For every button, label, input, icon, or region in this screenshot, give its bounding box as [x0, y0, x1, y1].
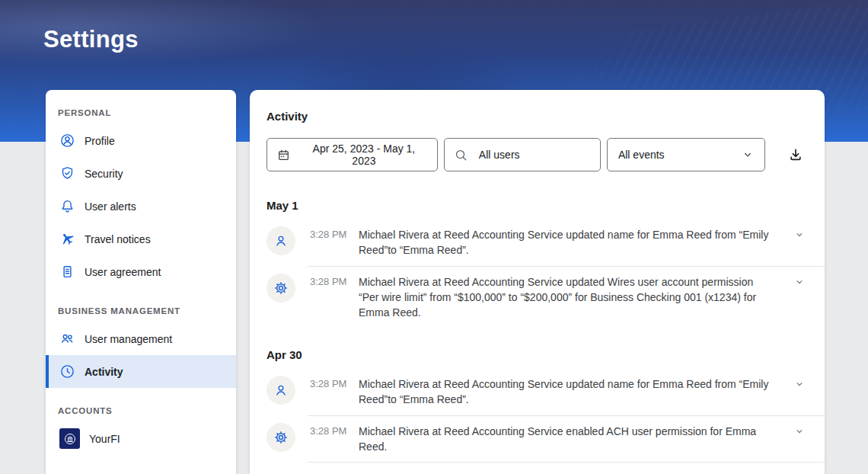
events-filter-value: All events [618, 149, 665, 161]
sidebar-item-label: User management [85, 333, 172, 345]
event-description: Michael Rivera at Reed Accounting Servic… [359, 376, 772, 407]
event-time: 3:28 PM [310, 226, 349, 240]
activity-group-apr-30: Apr 30 3:28 PM Michael Rivera at Reed Ac… [250, 328, 825, 463]
activity-event-row: 3:28 PM Michael Rivera at Reed Accountin… [250, 415, 825, 463]
chevron-down-icon[interactable] [794, 423, 805, 437]
sidebar-item-user-management[interactable]: User management [46, 322, 236, 355]
sidebar-section-personal: PERSONAL Profile Security User alerts Tr… [46, 90, 236, 288]
bank-icon [59, 428, 80, 449]
users-icon [59, 331, 75, 347]
user-circle-icon [59, 133, 75, 149]
activity-event-row: 3:28 PM Michael Rivera at Reed Accountin… [250, 266, 825, 328]
date-range-value: Apr 25, 2023 - May 1, 2023 [300, 143, 428, 167]
activity-event-list: May 1 3:28 PM Michael Rivera at Reed Acc… [250, 179, 825, 463]
user-search-input[interactable] [477, 148, 579, 162]
event-time: 3:28 PM [310, 423, 349, 437]
sidebar-item-security[interactable]: Security [46, 157, 236, 190]
sidebar-item-yourfi[interactable]: YourFI [46, 422, 236, 455]
panel-title: Activity [250, 90, 825, 123]
user-icon [266, 376, 295, 405]
page-title: Settings [43, 26, 139, 53]
event-time: 3:28 PM [310, 274, 349, 287]
activity-event-row: 3:28 PM Michael Rivera at Reed Accountin… [250, 368, 825, 415]
airplane-icon [59, 231, 75, 247]
group-date-header: Apr 30 [250, 328, 825, 368]
download-icon [787, 146, 804, 163]
bell-icon [59, 198, 75, 214]
activity-event-row: 3:28 PM Michael Rivera at Reed Accountin… [250, 219, 825, 266]
events-filter-select[interactable]: All events [607, 138, 765, 171]
group-date-header: May 1 [250, 179, 825, 219]
sidebar-section-business-management: BUSINESS MANAGEMENT User management Acti… [46, 288, 236, 388]
sidebar-item-label: Travel notices [85, 233, 151, 245]
clock-icon [59, 364, 75, 380]
sidebar-section-accounts: ACCOUNTS YourFI [46, 388, 236, 455]
date-range-filter[interactable]: Apr 25, 2023 - May 1, 2023 [266, 138, 438, 171]
event-description: Michael Rivera at Reed Accounting Servic… [359, 274, 772, 320]
settings-sidebar: PERSONAL Profile Security User alerts Tr… [46, 90, 236, 474]
sidebar-item-label: User agreement [85, 266, 161, 278]
sidebar-item-label: Security [85, 168, 123, 180]
activity-group-may-1: May 1 3:28 PM Michael Rivera at Reed Acc… [250, 179, 825, 328]
shield-check-icon [59, 165, 75, 181]
chevron-down-icon[interactable] [794, 274, 805, 287]
chevron-down-icon[interactable] [794, 376, 805, 389]
sidebar-section-label: ACCOUNTS [46, 388, 236, 422]
sidebar-item-label: Profile [85, 135, 115, 147]
sidebar-item-travel-notices[interactable]: Travel notices [46, 223, 236, 255]
gear-icon [266, 423, 295, 452]
sidebar-item-activity[interactable]: Activity [46, 355, 236, 388]
calendar-icon [276, 148, 291, 162]
sidebar-item-user-alerts[interactable]: User alerts [46, 190, 236, 223]
download-button[interactable] [783, 143, 808, 167]
sidebar-section-label: BUSINESS MANAGEMENT [46, 288, 236, 322]
sidebar-section-label: PERSONAL [46, 90, 236, 124]
activity-panel: Activity Apr 25, 2023 - May 1, 2023 All … [250, 90, 825, 474]
document-icon [59, 264, 75, 280]
user-icon [266, 226, 295, 255]
event-time: 3:28 PM [310, 376, 349, 389]
filters-bar: Apr 25, 2023 - May 1, 2023 All events [266, 138, 808, 171]
sidebar-item-label: Activity [85, 366, 123, 378]
event-description: Michael Rivera at Reed Accounting Servic… [359, 423, 772, 454]
sidebar-item-label: User alerts [85, 200, 136, 213]
sidebar-item-user-agreement[interactable]: User agreement [46, 255, 236, 288]
user-search-filter[interactable] [444, 138, 601, 171]
sidebar-item-profile[interactable]: Profile [46, 124, 236, 157]
chevron-down-icon[interactable] [794, 226, 805, 240]
sidebar-item-label: YourFI [89, 433, 120, 445]
search-icon [454, 148, 468, 162]
chevron-down-icon [742, 149, 754, 161]
event-description: Michael Rivera at Reed Accounting Servic… [359, 226, 772, 258]
settings-page: Settings PERSONAL Profile Security User … [0, 0, 868, 474]
gear-icon [266, 274, 295, 303]
